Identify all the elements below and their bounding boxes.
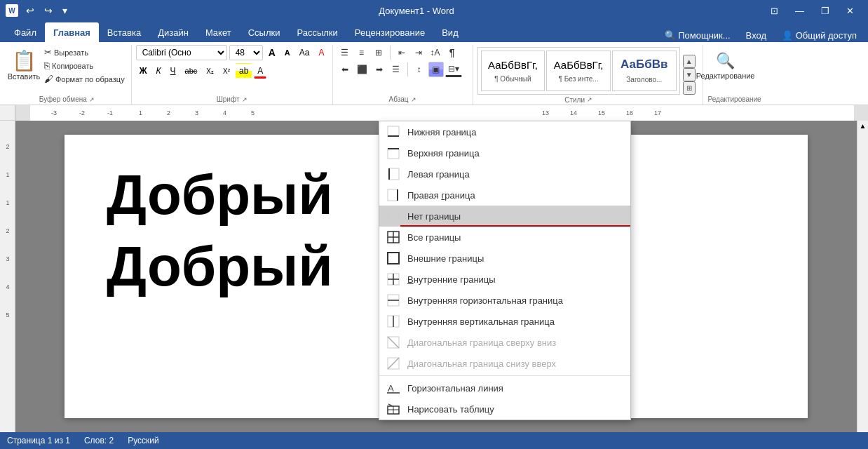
paragraph-expand-icon[interactable]: ↗: [411, 96, 416, 103]
paste-icon: 📋: [12, 51, 36, 71]
editing-content: 🔍 Редактирование: [707, 45, 744, 94]
editing-label: Редактирование: [707, 94, 762, 105]
styles-gallery-container: АаБбВвГг, ¶ Обычный АаБбВвГг, ¶ Без инте…: [477, 47, 680, 95]
restore-button[interactable]: ❐: [813, 3, 838, 19]
shrink-font-button[interactable]: A: [281, 45, 294, 60]
paragraph-group: ☰ ≡ ⊞ ⇤ ⇥ ↕A ¶ ⬅ ⬛ ➡ ☰: [333, 45, 473, 105]
style-normal[interactable]: АаБбВвГг, ¶ Обычный: [481, 51, 545, 91]
tab-home[interactable]: Главная: [45, 22, 99, 42]
style-heading1[interactable]: АаБбВв Заголово...: [612, 51, 677, 91]
menu-item-left-border[interactable]: Левая граница: [379, 163, 630, 185]
signin-button[interactable]: Вход: [740, 29, 772, 42]
inner-borders-label: Внутренние границы: [407, 274, 496, 285]
font-row1: Calibri (Осно 48 A A Аа A: [136, 45, 328, 60]
styles-scroll-down[interactable]: ▼: [683, 68, 696, 81]
styles-group: АаБбВвГг, ¶ Обычный АаБбВвГг, ¶ Без инте…: [473, 45, 703, 105]
clear-format-button[interactable]: A: [316, 45, 328, 60]
customize-qs-button[interactable]: ▾: [59, 4, 71, 18]
strikethrough-button[interactable]: abc: [182, 63, 201, 79]
borders-button[interactable]: ⊟▾: [445, 62, 462, 77]
menu-item-right-border[interactable]: Правая граница: [379, 185, 630, 206]
text-highlight-button[interactable]: ab: [236, 63, 252, 79]
clipboard-small-buttons: ✂ Вырезать ⎘ Копировать 🖌 Формат по обра…: [42, 45, 127, 86]
decrease-indent-button[interactable]: ⇤: [394, 45, 409, 60]
tab-references[interactable]: Ссылки: [240, 22, 289, 42]
tab-view[interactable]: Вид: [433, 22, 467, 42]
styles-more-button[interactable]: ⊞: [683, 81, 696, 95]
menu-item-diag-up: Диагональная граница снизу вверх: [379, 353, 630, 374]
cut-label: Вырезать: [54, 48, 88, 57]
shading-button[interactable]: ▣: [428, 62, 444, 77]
menu-item-inner-horiz[interactable]: Внутренняя горизонтальная граница: [379, 290, 630, 311]
editing-label: Редактирование: [696, 72, 755, 80]
window-controls: ⊡ — ❐ ✕: [762, 3, 862, 19]
paragraph-controls: ☰ ≡ ⊞ ⇤ ⇥ ↕A ¶ ⬅ ⬛ ➡ ☰: [337, 45, 462, 77]
font-family-select[interactable]: Calibri (Осно: [136, 45, 227, 60]
menu-item-draw-table[interactable]: Нарисовать таблицу: [379, 398, 630, 420]
multilevel-list-button[interactable]: ⊞: [371, 45, 386, 60]
copy-button[interactable]: ⎘ Копировать: [42, 60, 127, 72]
svg-rect-32: [388, 253, 399, 264]
align-left-button[interactable]: ⬅: [337, 62, 353, 77]
scroll-up-button[interactable]: ▲: [860, 122, 867, 130]
menu-item-top-border[interactable]: Верхняя граница: [379, 142, 630, 163]
menu-item-inner-vert[interactable]: Внутренняя вертикальная граница: [379, 311, 630, 332]
styles-expand-icon[interactable]: ↗: [587, 96, 592, 103]
font-expand-icon[interactable]: ↗: [242, 96, 247, 103]
justify-button[interactable]: ☰: [388, 62, 404, 77]
editing-icon: 🔍: [716, 52, 735, 70]
share-button[interactable]: 👤 Общий доступ: [776, 29, 862, 42]
increase-indent-button[interactable]: ⇥: [411, 45, 426, 60]
diag-down-icon: [386, 335, 400, 349]
minimize-button[interactable]: —: [787, 3, 813, 19]
svg-text:-2: -2: [79, 109, 85, 116]
show-formatting-button[interactable]: ¶: [445, 45, 460, 60]
sort-button[interactable]: ↕A: [428, 45, 443, 60]
paste-button[interactable]: 📋 Вставить: [7, 45, 41, 87]
tab-layout[interactable]: Макет: [197, 22, 240, 42]
font-size-select[interactable]: 48: [229, 45, 263, 60]
style-no-spacing[interactable]: АаБбВвГг, ¶ Без инте...: [546, 51, 611, 91]
tab-design[interactable]: Дизайн: [149, 22, 197, 42]
tab-file[interactable]: Файл: [6, 22, 45, 42]
tab-review[interactable]: Рецензирование: [346, 22, 433, 42]
numbering-button[interactable]: ≡: [354, 45, 369, 60]
menu-item-all-borders[interactable]: Все границы: [379, 227, 630, 248]
superscript-button[interactable]: X²: [219, 63, 233, 79]
align-right-button[interactable]: ➡: [372, 62, 387, 77]
underline-button[interactable]: Ч: [167, 63, 179, 79]
menu-item-horiz-line[interactable]: A Горизонтальная линия: [379, 377, 630, 398]
line-spacing-button[interactable]: ↕: [412, 62, 427, 77]
right-scrollbar[interactable]: ▲: [857, 121, 868, 432]
menu-separator: [379, 375, 630, 376]
font-case-button[interactable]: Аа: [296, 45, 313, 60]
cut-icon: ✂: [44, 47, 52, 58]
subscript-button[interactable]: X₂: [203, 63, 217, 79]
svg-rect-24: [389, 168, 399, 180]
svg-rect-28: [388, 210, 399, 222]
bullets-button[interactable]: ☰: [337, 45, 353, 60]
horiz-line-label: Горизонтальная линия: [407, 383, 503, 394]
undo-button[interactable]: ↩: [22, 4, 38, 18]
cut-button[interactable]: ✂ Вырезать: [42, 46, 127, 58]
format-painter-button[interactable]: 🖌 Формат по образцу: [42, 73, 127, 85]
align-center-button[interactable]: ⬛: [354, 62, 370, 77]
italic-button[interactable]: К: [153, 63, 165, 79]
editing-button[interactable]: 🔍 Редактирование: [707, 45, 744, 87]
grow-font-button[interactable]: A: [265, 45, 279, 60]
ribbon-display-button[interactable]: ⊡: [762, 3, 787, 19]
tab-insert[interactable]: Вставка: [99, 22, 149, 42]
clipboard-expand-icon[interactable]: ↗: [89, 96, 95, 103]
bold-button[interactable]: Ж: [136, 63, 151, 79]
styles-scroll-up[interactable]: ▲: [683, 55, 696, 68]
font-color-button[interactable]: A: [254, 63, 266, 79]
close-button[interactable]: ✕: [838, 3, 862, 19]
copy-icon: ⎘: [44, 60, 50, 71]
menu-item-outer-borders[interactable]: Внешние границы: [379, 248, 630, 269]
redo-button[interactable]: ↪: [41, 4, 56, 18]
tab-mailings[interactable]: Рассылки: [288, 22, 346, 42]
menu-item-no-border[interactable]: Нет границы: [379, 206, 630, 227]
menu-item-inner-borders[interactable]: Внутренние границы: [379, 269, 630, 290]
menu-item-bottom-border[interactable]: Нижняя граница: [379, 121, 630, 142]
help-assistant[interactable]: 🔍 Помощник...: [659, 29, 736, 42]
